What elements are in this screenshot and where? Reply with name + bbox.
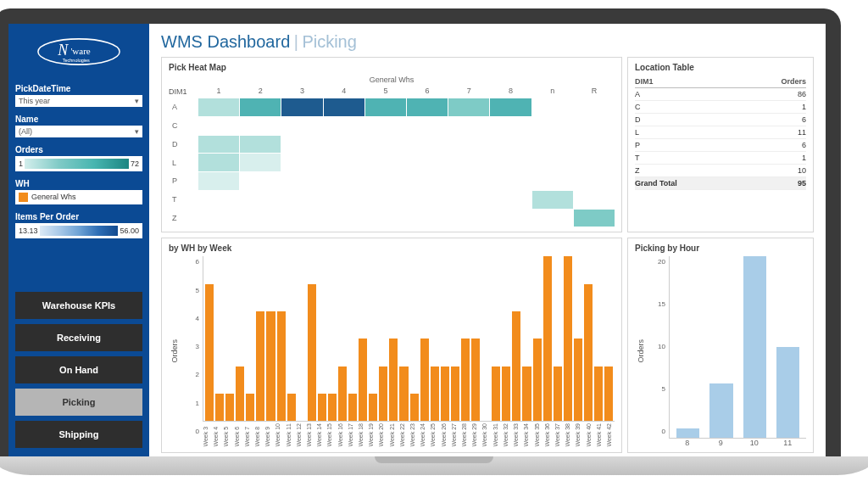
table-row[interactable]: P6: [635, 139, 806, 152]
heatmap-cell[interactable]: [490, 136, 531, 154]
bar[interactable]: [431, 367, 439, 422]
bar[interactable]: [266, 311, 275, 421]
bar[interactable]: [492, 367, 500, 422]
bar[interactable]: [451, 367, 459, 422]
nav-shipping[interactable]: Shipping: [15, 421, 142, 448]
heatmap-cell[interactable]: [407, 172, 448, 190]
heatmap-cell[interactable]: [240, 136, 281, 154]
bar[interactable]: [256, 311, 264, 421]
heatmap-cell[interactable]: [532, 172, 573, 190]
bar[interactable]: [502, 367, 510, 422]
bar[interactable]: [410, 394, 419, 421]
heatmap-cell[interactable]: [448, 98, 489, 116]
nav-receiving[interactable]: Receiving: [15, 324, 142, 351]
bar[interactable]: [533, 339, 542, 421]
heatmap-cell[interactable]: [490, 191, 531, 209]
bar[interactable]: [338, 367, 347, 422]
heatmap-cell[interactable]: [198, 98, 239, 116]
heatmap-cell[interactable]: [407, 210, 448, 227]
table-row[interactable]: D6: [635, 114, 806, 126]
heatmap-cell[interactable]: [407, 136, 448, 154]
heatmap-cell[interactable]: [574, 172, 615, 190]
heatmap-cell[interactable]: [448, 136, 489, 154]
bar[interactable]: [512, 311, 520, 421]
heatmap-cell[interactable]: [240, 117, 281, 135]
heatmap-cell[interactable]: [365, 136, 406, 154]
heatmap-cell[interactable]: [532, 191, 573, 209]
heatmap-cell[interactable]: [574, 98, 615, 116]
heatmap-cell[interactable]: [240, 98, 281, 116]
filter-name-select[interactable]: (All) ▾: [15, 126, 142, 137]
heatmap-cell[interactable]: [324, 154, 364, 171]
bar[interactable]: [461, 339, 470, 421]
heatmap-cell[interactable]: [574, 154, 615, 171]
heatmap-cell[interactable]: [365, 98, 406, 116]
bar[interactable]: [215, 394, 224, 421]
bar[interactable]: [328, 394, 337, 421]
wh-week-bars[interactable]: [203, 256, 615, 422]
heatmap-cell[interactable]: [574, 117, 615, 135]
heatmap-cell[interactable]: [574, 136, 615, 154]
filter-pickdatetime-select[interactable]: This year ▾: [15, 95, 142, 107]
heatmap-cell[interactable]: [407, 98, 448, 116]
bar[interactable]: [369, 394, 377, 421]
bar[interactable]: [554, 367, 562, 422]
bar[interactable]: [584, 284, 593, 422]
heatmap-cell[interactable]: [240, 172, 281, 190]
bar[interactable]: [522, 367, 531, 422]
bar[interactable]: [574, 339, 582, 421]
bar[interactable]: [277, 311, 286, 421]
bar[interactable]: [318, 394, 326, 421]
heatmap-cell[interactable]: [281, 172, 322, 190]
heatmap-cell[interactable]: [198, 117, 239, 135]
heatmap-cell[interactable]: [490, 172, 531, 190]
heatmap-cell[interactable]: [574, 191, 615, 209]
heatmap-cell[interactable]: [407, 191, 448, 209]
heatmap-cell[interactable]: [198, 154, 239, 171]
heatmap-cell[interactable]: [365, 191, 406, 209]
heatmap-cell[interactable]: [240, 191, 281, 209]
table-row[interactable]: T1: [635, 152, 806, 165]
bar[interactable]: [441, 367, 449, 422]
bar[interactable]: [594, 367, 603, 422]
heatmap-cell[interactable]: [448, 154, 489, 171]
bar[interactable]: [236, 367, 244, 422]
bar[interactable]: [287, 394, 296, 421]
bar[interactable]: [543, 256, 552, 421]
heatmap-cell[interactable]: [532, 210, 573, 227]
heatmap-cell[interactable]: [324, 191, 364, 209]
heatmap-cell[interactable]: [407, 117, 448, 135]
bar[interactable]: [471, 339, 480, 421]
heatmap-cell[interactable]: [532, 154, 573, 171]
heatmap-cell[interactable]: [281, 210, 322, 227]
bar[interactable]: [604, 367, 613, 422]
heatmap-cell[interactable]: [532, 117, 573, 135]
bar[interactable]: [564, 256, 572, 421]
heatmap-cell[interactable]: [448, 172, 489, 190]
bar[interactable]: [359, 339, 367, 421]
bar[interactable]: [776, 347, 799, 438]
bar[interactable]: [709, 383, 732, 438]
heatmap-cell[interactable]: [240, 154, 281, 171]
heatmap-cell[interactable]: [574, 210, 615, 227]
bar[interactable]: [246, 394, 254, 421]
heatmap-cell[interactable]: [240, 210, 281, 227]
heatmap-cell[interactable]: [490, 210, 531, 227]
heatmap-cell[interactable]: [198, 172, 239, 190]
heatmap-cell[interactable]: [532, 98, 573, 116]
heatmap-cell[interactable]: [490, 154, 531, 171]
bar[interactable]: [676, 428, 699, 438]
bar[interactable]: [379, 367, 387, 422]
bar[interactable]: [348, 394, 357, 421]
table-row[interactable]: Z10: [635, 165, 806, 177]
bar[interactable]: [308, 284, 316, 422]
nav-on-hand[interactable]: On Hand: [15, 356, 142, 383]
heatmap-cell[interactable]: [324, 117, 364, 135]
table-row[interactable]: C1: [635, 101, 806, 114]
bar[interactable]: [399, 367, 408, 422]
bar[interactable]: [225, 394, 234, 421]
heatmap-cell[interactable]: [198, 210, 239, 227]
heatmap-cell[interactable]: [324, 210, 364, 227]
table-row[interactable]: L11: [635, 126, 806, 139]
heatmap-cell[interactable]: [324, 136, 364, 154]
